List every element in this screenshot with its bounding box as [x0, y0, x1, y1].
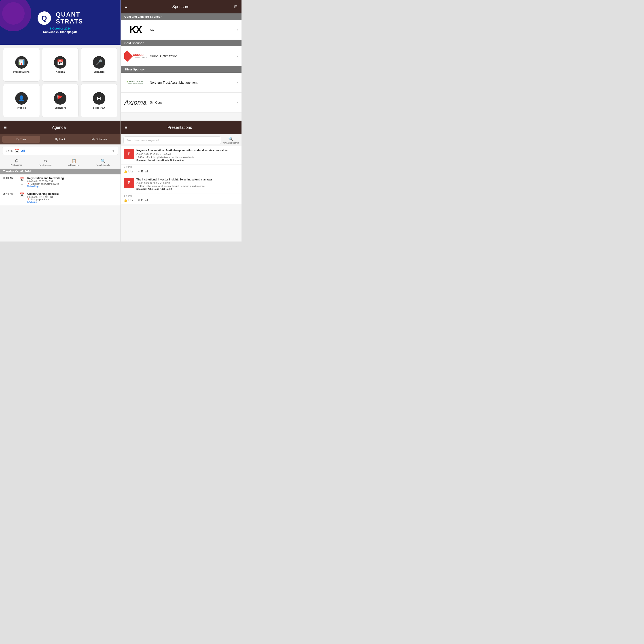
- northern-trust-logo: 🌿 NORTHERN TRUST ASSET MANAGEMENT: [124, 76, 147, 89]
- brand-text: QUANTSTRATS: [56, 11, 83, 25]
- nav-item-speakers[interactable]: 🎤 Speakers: [81, 48, 117, 82]
- gurobi-logo: GUROBI OPTIMIZATION: [124, 49, 147, 63]
- add-agenda-button[interactable]: 📋 Add Agenda: [68, 159, 79, 166]
- search-box[interactable]: Search name or keyword ›: [123, 136, 221, 144]
- agenda-item-1-menu-icon[interactable]: ⋮: [114, 177, 118, 181]
- agenda-item-2-icons: 📅 +: [19, 192, 25, 202]
- home-venue: Convene 22 Bishopsgate: [38, 30, 83, 34]
- date-filter[interactable]: DATE 📅 All ▼: [2, 147, 118, 155]
- agenda-item-2[interactable]: 08:40 AM 📅 + Chairs Opening Remarks 08:4…: [0, 190, 121, 206]
- agenda-add-icon-1: +: [21, 182, 23, 186]
- agenda-item-1-range: 08:00 AM - 08:30 AM BST: [27, 180, 112, 183]
- sponsors-hamburger-icon[interactable]: ≡: [125, 4, 127, 9]
- advanced-search-button[interactable]: 🔍 Advanced Search: [223, 136, 239, 144]
- app-grid: Q QUANTSTRATS 8 October 2024 Convene 22 …: [0, 0, 241, 241]
- agenda-hamburger-icon[interactable]: ≡: [4, 125, 7, 130]
- pres-title-2: The Institutional Investor Insight: Sele…: [136, 178, 235, 182]
- sponsor-item-kx[interactable]: KX KX ›: [121, 20, 241, 40]
- pres-views-1: 3 Views: [121, 165, 241, 168]
- agenda-item-2-tag: Keynotes: [27, 201, 112, 203]
- agenda-item-1-icons: 📅 +: [19, 177, 25, 186]
- logo-q: Q: [41, 14, 47, 22]
- agenda-header: ≡ Agenda: [0, 121, 121, 134]
- agenda-item-2-menu-icon[interactable]: ⋮: [114, 192, 118, 197]
- agenda-item-1-tag: Networking: [27, 185, 112, 188]
- pres-actions-2: 👍 Like ✉ Email: [121, 197, 241, 204]
- sponsors-header: ≡ Sponsors ⊞: [121, 0, 241, 13]
- nav-icon-sponsors: 🚩: [54, 92, 66, 105]
- search-icon: 🔍: [101, 159, 106, 163]
- ppt-icon-1: P: [128, 152, 130, 157]
- pres-desc-2: 12:30pm - The Institutional Investor Ins…: [136, 185, 235, 187]
- search-arrow-icon: ›: [217, 138, 218, 142]
- print-agenda-button[interactable]: 🖨 Print Agenda: [11, 159, 22, 166]
- action-bar: 🖨 Print Agenda ✉ Email Agenda 📋 Add Agen…: [0, 157, 121, 169]
- like-button-1[interactable]: 👍 Like: [124, 170, 133, 173]
- search-agenda-button[interactable]: 🔍 Search Agenda: [96, 159, 110, 166]
- search-placeholder: Search name or keyword: [126, 139, 216, 142]
- sponsor-item-northern-trust[interactable]: 🌿 NORTHERN TRUST ASSET MANAGEMENT Northe…: [121, 73, 241, 93]
- tab-my-schedule[interactable]: My Schedule: [80, 136, 118, 143]
- sponsor-item-gurobi[interactable]: GUROBI OPTIMIZATION Gurobi Optimization …: [121, 46, 241, 66]
- sponsor-item-simcorp[interactable]: Axioma SimCorp ›: [121, 93, 241, 112]
- nav-item-agenda[interactable]: 📅 Agenda: [42, 48, 79, 82]
- pres-thumb-1: P: [124, 149, 134, 159]
- agenda-item-2-time: 08:40 AM: [3, 192, 17, 195]
- presentation-item-1[interactable]: P Keynote Presentation: Portfolio optimi…: [121, 146, 241, 164]
- like-button-2[interactable]: 👍 Like: [124, 199, 133, 202]
- presentations-screen: ≡ Presentations Search name or keyword ›…: [121, 121, 241, 241]
- email-button-1[interactable]: ✉ Email: [138, 170, 148, 173]
- email-agenda-button[interactable]: ✉ Email Agenda: [39, 159, 52, 166]
- add-label: Add Agenda: [68, 164, 79, 166]
- nav-icon-floor-plan: ⊞: [93, 92, 105, 105]
- calendar-icon: 📅: [15, 149, 19, 153]
- tab-by-track[interactable]: By Track: [41, 136, 79, 143]
- pres-actions-1: 👍 Like ✉ Email: [121, 168, 241, 175]
- email-button-2[interactable]: ✉ Email: [138, 199, 148, 202]
- nt-chevron-icon: ›: [237, 80, 238, 85]
- email-icon: ✉: [44, 159, 47, 163]
- presentation-item-2[interactable]: P The Institutional Investor Insight: Se…: [121, 175, 241, 193]
- nav-label-profiles: Profiles: [17, 106, 26, 109]
- nav-item-profiles[interactable]: 👤 Profiles: [3, 84, 40, 118]
- presentations-hamburger-icon[interactable]: ≡: [125, 125, 127, 130]
- simcorp-name: SimCorp: [150, 101, 237, 104]
- nav-label-floor-plan: Floor Plan: [93, 106, 105, 109]
- kx-chevron-icon: ›: [237, 28, 238, 32]
- nav-item-presentations[interactable]: 📊 Presentations: [3, 48, 40, 82]
- pres-desc-1: 10:45am - Portfolio optimisation under d…: [136, 156, 235, 159]
- nav-item-floor-plan[interactable]: ⊞ Floor Plan: [81, 84, 117, 118]
- agenda-cal-icon-1: 📅: [19, 177, 24, 182]
- like-icon-2: 👍: [124, 199, 127, 202]
- tab-bar: By Time By Track My Schedule: [0, 134, 121, 144]
- pres-thumb-2: P: [124, 178, 134, 188]
- pres-speakers-1: Speakers: Robert Luce (Gurobi Optimizati…: [136, 159, 235, 161]
- agenda-item-2-location: 📍 Bishopsgate Forum: [27, 198, 112, 201]
- pin-icon-2: 📍: [27, 198, 30, 201]
- sponsors-screen: ≡ Sponsors ⊞ Gold and Lanyard Sponsor KX…: [121, 0, 241, 121]
- nav-icon-speakers: 🎤: [93, 56, 105, 69]
- agenda-item-2-range: 08:40 AM - 08:50 AM BST: [27, 196, 112, 198]
- axioma-logo: Axioma: [124, 96, 147, 109]
- pres-speakers-2: Speakers: Artur Sepp (LGT Bank): [136, 188, 235, 190]
- sponsors-title: Sponsors: [172, 4, 189, 9]
- tab-by-time[interactable]: By Time: [2, 136, 40, 143]
- nav-icon-presentations: 📊: [15, 56, 28, 69]
- agenda-item-1[interactable]: 08:00 AM 📅 + Registration and Networking…: [0, 174, 121, 190]
- date-filter-label: DATE: [6, 150, 13, 152]
- advanced-search-label: Advanced Search: [223, 142, 239, 144]
- sponsor-section-gold-lanyard: Gold and Lanyard Sponsor: [121, 13, 241, 20]
- northern-trust-name: Northern Trust Asset Management: [150, 81, 237, 84]
- pres-content-1: Keynote Presentation: Portfolio optimiza…: [136, 149, 235, 161]
- agenda-item-2-content: Chairs Opening Remarks 08:40 AM - 08:50 …: [27, 192, 112, 203]
- nav-item-sponsors[interactable]: 🚩 Sponsors: [42, 84, 79, 118]
- add-icon: 📋: [71, 159, 76, 163]
- pres-date-2: Oct 08, 2024 12:30 PM - 1:00 PM: [136, 182, 235, 184]
- agenda-item-1-time: 08:00 AM: [3, 177, 17, 179]
- brand-name: QUANTSTRATS: [56, 11, 83, 25]
- agenda-title: Agenda: [52, 125, 66, 130]
- sponsors-grid-icon[interactable]: ⊞: [234, 4, 237, 9]
- pres-content-2: The Institutional Investor Insight: Sele…: [136, 178, 235, 191]
- search-label: Search Agenda: [96, 164, 110, 166]
- nav-label-agenda: Agenda: [56, 70, 65, 73]
